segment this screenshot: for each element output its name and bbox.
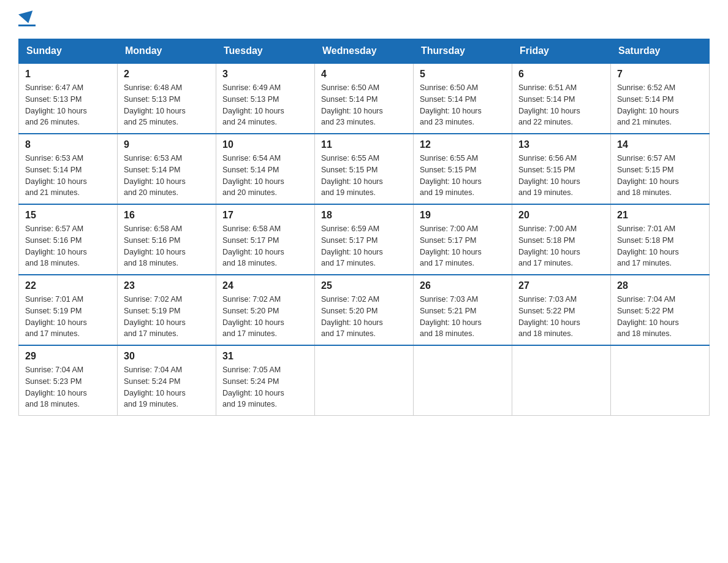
day-info: Sunrise: 6:50 AM Sunset: 5:14 PM Dayligh… (321, 82, 407, 128)
calendar-cell: 31 Sunrise: 7:05 AM Sunset: 5:24 PM Dayl… (216, 345, 315, 416)
day-number: 12 (420, 139, 506, 150)
calendar-cell: 1 Sunrise: 6:47 AM Sunset: 5:13 PM Dayli… (19, 63, 118, 134)
calendar-cell: 19 Sunrise: 7:00 AM Sunset: 5:17 PM Dayl… (414, 204, 512, 275)
calendar-cell: 9 Sunrise: 6:53 AM Sunset: 5:14 PM Dayli… (118, 134, 216, 204)
calendar-cell: 28 Sunrise: 7:04 AM Sunset: 5:22 PM Dayl… (611, 275, 710, 345)
calendar-cell: 12 Sunrise: 6:55 AM Sunset: 5:15 PM Dayl… (414, 134, 512, 204)
day-number: 11 (321, 139, 407, 150)
day-info: Sunrise: 7:01 AM Sunset: 5:19 PM Dayligh… (25, 294, 111, 340)
day-info: Sunrise: 6:49 AM Sunset: 5:13 PM Dayligh… (222, 82, 308, 128)
day-number: 15 (25, 210, 111, 221)
day-number: 23 (124, 280, 210, 291)
calendar-cell: 11 Sunrise: 6:55 AM Sunset: 5:15 PM Dayl… (315, 134, 414, 204)
logo (18, 12, 36, 26)
day-number: 13 (518, 139, 604, 150)
calendar-cell: 10 Sunrise: 6:54 AM Sunset: 5:14 PM Dayl… (216, 134, 315, 204)
day-info: Sunrise: 6:58 AM Sunset: 5:16 PM Dayligh… (124, 223, 210, 269)
calendar-cell: 3 Sunrise: 6:49 AM Sunset: 5:13 PM Dayli… (216, 63, 315, 134)
day-number: 25 (321, 280, 407, 291)
day-info: Sunrise: 7:03 AM Sunset: 5:21 PM Dayligh… (420, 294, 506, 340)
day-info: Sunrise: 7:03 AM Sunset: 5:22 PM Dayligh… (518, 294, 604, 340)
day-info: Sunrise: 7:01 AM Sunset: 5:18 PM Dayligh… (617, 223, 703, 269)
calendar-cell: 6 Sunrise: 6:51 AM Sunset: 5:14 PM Dayli… (512, 63, 611, 134)
day-info: Sunrise: 7:04 AM Sunset: 5:24 PM Dayligh… (124, 364, 210, 410)
day-info: Sunrise: 6:50 AM Sunset: 5:14 PM Dayligh… (420, 82, 506, 128)
calendar-week-row: 22 Sunrise: 7:01 AM Sunset: 5:19 PM Dayl… (19, 275, 710, 345)
day-number: 22 (25, 280, 111, 291)
day-number: 7 (617, 69, 703, 80)
day-header-tuesday: Tuesday (216, 39, 315, 64)
calendar-cell: 26 Sunrise: 7:03 AM Sunset: 5:21 PM Dayl… (414, 275, 512, 345)
day-info: Sunrise: 7:00 AM Sunset: 5:18 PM Dayligh… (518, 223, 604, 269)
day-number: 16 (124, 210, 210, 221)
day-header-sunday: Sunday (19, 39, 118, 64)
calendar-week-row: 29 Sunrise: 7:04 AM Sunset: 5:23 PM Dayl… (19, 345, 710, 416)
calendar-cell: 21 Sunrise: 7:01 AM Sunset: 5:18 PM Dayl… (611, 204, 710, 275)
calendar-cell: 24 Sunrise: 7:02 AM Sunset: 5:20 PM Dayl… (216, 275, 315, 345)
day-info: Sunrise: 7:02 AM Sunset: 5:19 PM Dayligh… (124, 294, 210, 340)
day-number: 3 (222, 69, 308, 80)
calendar-cell: 20 Sunrise: 7:00 AM Sunset: 5:18 PM Dayl… (512, 204, 611, 275)
day-info: Sunrise: 6:48 AM Sunset: 5:13 PM Dayligh… (124, 82, 210, 128)
calendar-cell: 7 Sunrise: 6:52 AM Sunset: 5:14 PM Dayli… (611, 63, 710, 134)
calendar-week-row: 15 Sunrise: 6:57 AM Sunset: 5:16 PM Dayl… (19, 204, 710, 275)
day-number: 5 (420, 69, 506, 80)
day-info: Sunrise: 7:04 AM Sunset: 5:22 PM Dayligh… (617, 294, 703, 340)
calendar-cell: 16 Sunrise: 6:58 AM Sunset: 5:16 PM Dayl… (118, 204, 216, 275)
day-info: Sunrise: 6:56 AM Sunset: 5:15 PM Dayligh… (518, 153, 604, 199)
day-header-saturday: Saturday (611, 39, 710, 64)
day-number: 8 (25, 139, 111, 150)
day-header-monday: Monday (118, 39, 216, 64)
calendar-cell: 22 Sunrise: 7:01 AM Sunset: 5:19 PM Dayl… (19, 275, 118, 345)
calendar-cell: 27 Sunrise: 7:03 AM Sunset: 5:22 PM Dayl… (512, 275, 611, 345)
day-number: 21 (617, 210, 703, 221)
day-info: Sunrise: 6:55 AM Sunset: 5:15 PM Dayligh… (420, 153, 506, 199)
day-info: Sunrise: 6:57 AM Sunset: 5:15 PM Dayligh… (617, 153, 703, 199)
day-info: Sunrise: 7:04 AM Sunset: 5:23 PM Dayligh… (25, 364, 111, 410)
logo-text (18, 12, 36, 23)
calendar-cell: 25 Sunrise: 7:02 AM Sunset: 5:20 PM Dayl… (315, 275, 414, 345)
calendar-cell: 29 Sunrise: 7:04 AM Sunset: 5:23 PM Dayl… (19, 345, 118, 416)
day-info: Sunrise: 6:52 AM Sunset: 5:14 PM Dayligh… (617, 82, 703, 128)
day-info: Sunrise: 7:02 AM Sunset: 5:20 PM Dayligh… (222, 294, 308, 340)
calendar-cell: 14 Sunrise: 6:57 AM Sunset: 5:15 PM Dayl… (611, 134, 710, 204)
day-number: 19 (420, 210, 506, 221)
calendar-week-row: 1 Sunrise: 6:47 AM Sunset: 5:13 PM Dayli… (19, 63, 710, 134)
calendar-table: SundayMondayTuesdayWednesdayThursdayFrid… (18, 39, 710, 416)
day-number: 17 (222, 210, 308, 221)
calendar-cell: 18 Sunrise: 6:59 AM Sunset: 5:17 PM Dayl… (315, 204, 414, 275)
day-info: Sunrise: 7:00 AM Sunset: 5:17 PM Dayligh… (420, 223, 506, 269)
day-info: Sunrise: 6:51 AM Sunset: 5:14 PM Dayligh… (518, 82, 604, 128)
calendar-cell: 4 Sunrise: 6:50 AM Sunset: 5:14 PM Dayli… (315, 63, 414, 134)
day-number: 27 (518, 280, 604, 291)
day-number: 20 (518, 210, 604, 221)
day-number: 2 (124, 69, 210, 80)
day-number: 14 (617, 139, 703, 150)
calendar-cell (414, 345, 512, 416)
day-number: 18 (321, 210, 407, 221)
day-number: 6 (518, 69, 604, 80)
day-info: Sunrise: 6:54 AM Sunset: 5:14 PM Dayligh… (222, 153, 308, 199)
day-info: Sunrise: 6:57 AM Sunset: 5:16 PM Dayligh… (25, 223, 111, 269)
day-header-friday: Friday (512, 39, 611, 64)
calendar-cell: 8 Sunrise: 6:53 AM Sunset: 5:14 PM Dayli… (19, 134, 118, 204)
calendar-cell: 23 Sunrise: 7:02 AM Sunset: 5:19 PM Dayl… (118, 275, 216, 345)
day-info: Sunrise: 7:02 AM Sunset: 5:20 PM Dayligh… (321, 294, 407, 340)
calendar-cell: 30 Sunrise: 7:04 AM Sunset: 5:24 PM Dayl… (118, 345, 216, 416)
day-number: 29 (25, 351, 111, 362)
day-number: 1 (25, 69, 111, 80)
day-info: Sunrise: 6:47 AM Sunset: 5:13 PM Dayligh… (25, 82, 111, 128)
calendar-cell: 15 Sunrise: 6:57 AM Sunset: 5:16 PM Dayl… (19, 204, 118, 275)
calendar-header-row: SundayMondayTuesdayWednesdayThursdayFrid… (19, 39, 710, 64)
day-info: Sunrise: 7:05 AM Sunset: 5:24 PM Dayligh… (222, 364, 308, 410)
calendar-cell: 17 Sunrise: 6:58 AM Sunset: 5:17 PM Dayl… (216, 204, 315, 275)
page-header (18, 12, 710, 26)
day-number: 30 (124, 351, 210, 362)
calendar-week-row: 8 Sunrise: 6:53 AM Sunset: 5:14 PM Dayli… (19, 134, 710, 204)
day-header-wednesday: Wednesday (315, 39, 414, 64)
day-header-thursday: Thursday (414, 39, 512, 64)
day-number: 10 (222, 139, 308, 150)
day-info: Sunrise: 6:53 AM Sunset: 5:14 PM Dayligh… (25, 153, 111, 199)
day-number: 4 (321, 69, 407, 80)
day-number: 9 (124, 139, 210, 150)
